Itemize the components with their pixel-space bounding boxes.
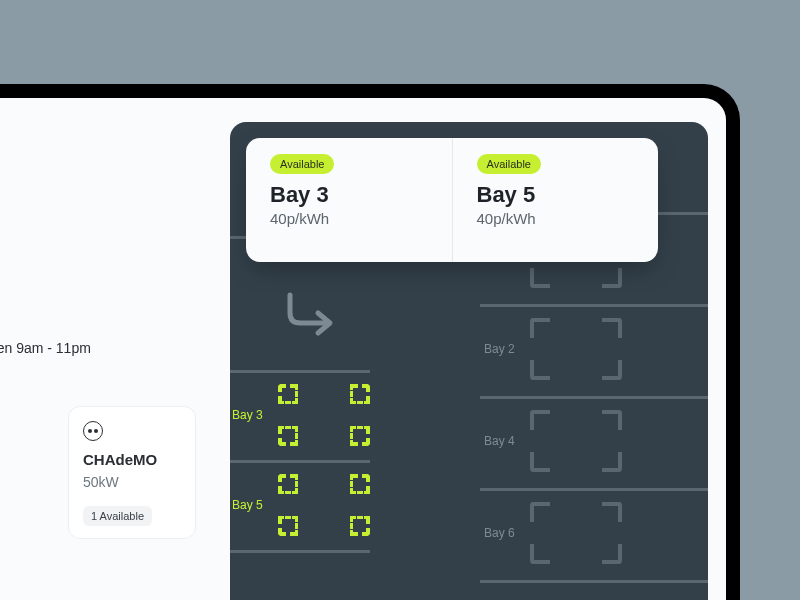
lane-line	[230, 460, 370, 463]
lane-line	[480, 304, 708, 307]
slot-label: Bay 5	[232, 498, 263, 512]
slot-bracket	[278, 474, 298, 494]
slot-bracket	[350, 474, 370, 494]
slot-bracket	[350, 426, 370, 446]
screen: Park, Open 9am - 11pm CHAdeMO 50kW 1 Ava…	[0, 98, 726, 600]
chademo-icon	[83, 421, 103, 441]
callout-bay-5[interactable]: Available Bay 5 40p/kWh	[452, 138, 659, 262]
slot-label: Bay 4	[484, 434, 515, 448]
slot-bracket	[530, 502, 550, 522]
opening-hours-text: Open 9am - 11pm	[0, 340, 91, 356]
slot-bracket	[530, 410, 550, 430]
slot-label: Bay 6	[484, 526, 515, 540]
parking-slot-bay2[interactable]: Bay 2	[530, 318, 622, 380]
parking-slot-bay6[interactable]: Bay 6	[530, 502, 622, 564]
connector-name: CHAdeMO	[83, 451, 181, 468]
opening-hours-row: Open 9am - 11pm	[0, 340, 212, 356]
available-bays-callout: Available Bay 3 40p/kWh Available Bay 5 …	[246, 138, 658, 262]
slot-bracket	[530, 452, 550, 472]
callout-bay-rate: 40p/kWh	[270, 210, 428, 227]
status-badge: Available	[477, 154, 541, 174]
slot-bracket	[278, 384, 298, 404]
parking-slot-bay5[interactable]: Bay 5	[278, 474, 370, 536]
slot-bracket	[530, 318, 550, 338]
slot-bracket	[278, 426, 298, 446]
lane-line	[480, 396, 708, 399]
connector-availability-badge: 1 Available	[83, 506, 152, 526]
callout-bay-rate: 40p/kWh	[477, 210, 635, 227]
lane-line	[480, 580, 708, 583]
callout-bay-name: Bay 3	[270, 182, 428, 208]
callout-bay-3[interactable]: Available Bay 3 40p/kWh	[246, 138, 452, 262]
connector-power: 50kW	[83, 474, 181, 490]
status-badge: Available	[270, 154, 334, 174]
slot-bracket	[602, 360, 622, 380]
slot-bracket	[530, 544, 550, 564]
parking-slot-bay4[interactable]: Bay 4	[530, 410, 622, 472]
slot-bracket	[350, 516, 370, 536]
location-info-panel: Park, Open 9am - 11pm CHAdeMO 50kW 1 Ava…	[0, 98, 230, 600]
parking-slot-bay3[interactable]: Bay 3	[278, 384, 370, 446]
slot-bracket	[530, 268, 550, 288]
slot-label: Bay 3	[232, 408, 263, 422]
slot-label: Bay 2	[484, 342, 515, 356]
slot-bracket	[602, 452, 622, 472]
direction-arrow-icon	[284, 289, 344, 337]
slot-bracket	[602, 410, 622, 430]
lane-line	[230, 370, 370, 373]
slot-bracket	[278, 516, 298, 536]
location-address: Park,	[0, 282, 212, 298]
connector-cards: CHAdeMO 50kW 1 Available	[0, 406, 212, 539]
slot-bracket	[602, 502, 622, 522]
lane-line	[230, 550, 370, 553]
device-frame: Park, Open 9am - 11pm CHAdeMO 50kW 1 Ava…	[0, 84, 740, 600]
slot-bracket	[602, 318, 622, 338]
parking-map[interactable]: Bay 3 Bay 5 Bay 2	[230, 122, 708, 600]
slot-bracket	[530, 360, 550, 380]
callout-bay-name: Bay 5	[477, 182, 635, 208]
slot-bracket	[602, 268, 622, 288]
slot-bracket	[602, 544, 622, 564]
connector-card-chademo[interactable]: CHAdeMO 50kW 1 Available	[68, 406, 196, 539]
lane-line	[480, 488, 708, 491]
slot-bracket	[350, 384, 370, 404]
